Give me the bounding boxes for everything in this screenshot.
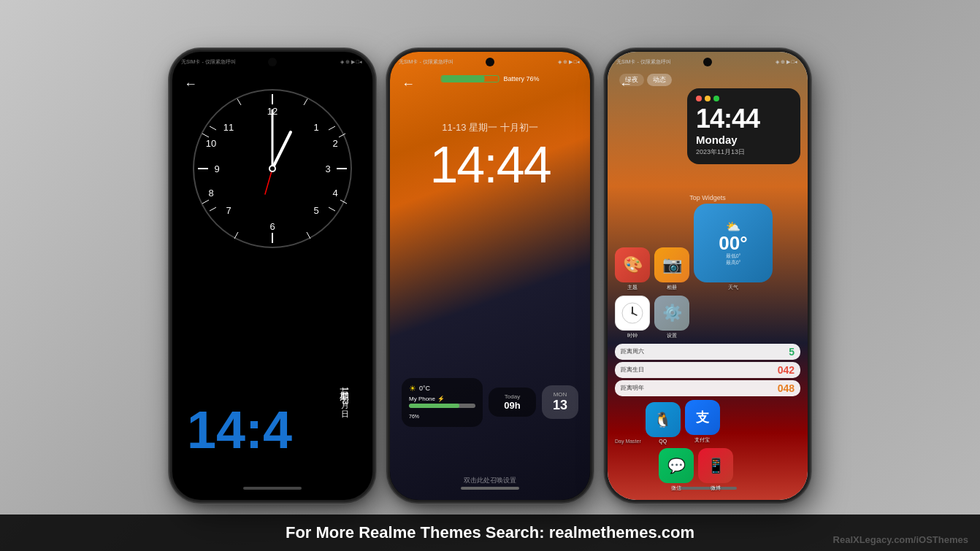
phone2-mon-widget: MON 13 xyxy=(542,385,578,420)
phone2-widgets: ☀ 0°C My Phone ⚡ 76% xyxy=(402,378,578,427)
phone2-sun-icon: ☀ xyxy=(409,384,416,393)
watermark-text: RealXLegacy.com/iOSThemes xyxy=(833,534,968,545)
phone3-app-cell-camera: 📷 相册 xyxy=(654,247,689,291)
phone3-app-weather-label: 天气 xyxy=(728,284,738,291)
phone2-today-widget: Today 09h xyxy=(489,388,536,417)
phone3-app-qq[interactable]: 🐧 xyxy=(646,402,681,437)
phone3-app-weibo-label: 微博 xyxy=(711,485,721,492)
phone3-app-alipay-label: 支付宝 xyxy=(694,436,710,444)
phone3-app-cell-alipay: 支 支付宝 xyxy=(685,400,720,444)
phone3-app-themes[interactable]: 🎨 xyxy=(615,247,650,282)
phone3-weather-high: 最高0° xyxy=(726,260,741,265)
phone1-status-icons: ◈ ⊕ ▶ □◂ xyxy=(340,59,362,65)
phone2-background xyxy=(390,52,590,500)
phone3-countdown2-label: 距离生日 xyxy=(621,366,644,374)
phone3-top-widgets-label: Top Widgets xyxy=(608,194,808,201)
phone2-batt-pct: 76% xyxy=(409,414,419,419)
phone3-widget-date: 2023年11月13日 xyxy=(696,147,792,157)
phone3-app-weibo[interactable]: 📱 xyxy=(698,448,733,483)
phone2-battery-bar2: 76% xyxy=(409,404,475,421)
phone3-app-camera-label: 相册 xyxy=(667,284,677,291)
phone2-battery-text: Battery 76% xyxy=(503,75,539,82)
phone3-app-cell-qq: 🐧 QQ xyxy=(646,402,681,444)
phone3-camera xyxy=(703,58,712,66)
phone2-mon-label: MON xyxy=(548,391,573,398)
phone3-countdown-2: 距离生日 042 xyxy=(615,362,800,378)
phone3-app-clock[interactable] xyxy=(615,296,650,331)
phone3-app-wechat-label: 微信 xyxy=(671,485,681,492)
phone3-app-cell-wechat: 💬 微信 xyxy=(659,448,694,492)
phone1-time-big: 14:4 xyxy=(187,404,292,456)
phone3-dot-red xyxy=(696,96,702,101)
phone3-clock-widget: 14:44 Monday 2023年11月13日 xyxy=(687,88,800,164)
phone-2: 无SIM卡 - 仅限紧急呼叫 ◈ ⊕ ▶ □◂ ← Battery 76% xyxy=(388,50,592,502)
phone1-date: 星期一 11月13日 xyxy=(337,384,351,404)
phone3-countdown2-num: 042 xyxy=(778,364,795,376)
phone3-app-settings[interactable]: ⚙️ xyxy=(654,296,689,331)
phone2-phone-label: My Phone xyxy=(409,396,435,402)
phone3-countdown3-label: 距离明年 xyxy=(621,384,644,392)
phone2-date-row: 11-13 星期一 十月初一 xyxy=(390,121,590,134)
phone3-countdown1-label: 距离周六 xyxy=(621,347,644,355)
phone3-status-icons: ◈ ⊕ ▶ □◂ xyxy=(776,59,797,65)
phone3-app-row-3: Day Master 🐧 QQ 支 支付宝 xyxy=(615,400,800,444)
phone2-back-button[interactable]: ← xyxy=(402,77,415,92)
phone3-weather-big-cell: ⛅ 00° 最低0° 最高0° 天气 xyxy=(694,204,773,291)
phone2-weather-phone: My Phone ⚡ xyxy=(409,396,475,402)
phone3-app-row-2: 时钟 ⚙️ 设置 xyxy=(615,296,800,339)
phone3-app-row-4: 💬 微信 📱 微博 xyxy=(615,448,800,492)
svg-text:4: 4 xyxy=(332,188,337,199)
phone2-battery-bar xyxy=(440,75,499,82)
phone3-countdown1-num: 5 xyxy=(789,346,795,358)
phone3-app-cell-clock: 时钟 xyxy=(615,296,650,339)
phone3-countdown-3: 距离明年 048 xyxy=(615,380,800,396)
phone3-app-camera[interactable]: 📷 xyxy=(654,247,689,282)
phone2-weather-top: ☀ 0°C xyxy=(409,384,475,393)
svg-text:7: 7 xyxy=(226,205,231,216)
phone2-main-time: 14:44 xyxy=(390,136,590,194)
phone3-app-row-1: 🎨 主题 📷 相册 ⛅ xyxy=(615,204,800,291)
phone3-app-wechat[interactable]: 💬 xyxy=(659,448,694,483)
phone3-weather-sub: 最低0° 最高0° xyxy=(726,253,741,266)
phone3-weather-temp: 00° xyxy=(719,234,747,253)
banner-text: For More Realme Themes Search: realmethe… xyxy=(286,523,694,542)
phone-3: 无SIM卡 - 仅限紧急呼叫 ◈ ⊕ ▶ □◂ ← 绿夜 动态 xyxy=(605,50,810,502)
phone3-tab-2[interactable]: 动态 xyxy=(647,74,672,86)
phone1-back-button[interactable]: ← xyxy=(184,77,197,92)
phone-1: 无SIM卡 - 仅限紧急呼叫 ◈ ⊕ ▶ □◂ ← xyxy=(170,50,375,502)
phone2-today-label: Today xyxy=(496,393,529,400)
svg-text:2: 2 xyxy=(332,138,337,149)
phone1-date-text: 11月13日 xyxy=(340,387,351,404)
phone3-screen: 无SIM卡 - 仅限紧急呼叫 ◈ ⊕ ▶ □◂ ← 绿夜 动态 xyxy=(608,52,808,500)
phone3-weather-widget[interactable]: ⛅ 00° 最低0° 最高0° xyxy=(694,204,773,282)
phone3-app-grid: 🎨 主题 📷 相册 ⛅ xyxy=(615,204,800,496)
phone3-countdown3-num: 048 xyxy=(778,382,795,394)
watermark: RealXLegacy.com/iOSThemes xyxy=(833,534,968,545)
phone1-screen: 无SIM卡 - 仅限紧急呼叫 ◈ ⊕ ▶ □◂ ← xyxy=(172,52,372,500)
phone3-countdown-1: 距离周六 5 xyxy=(615,344,800,360)
phone3-app-themes-label: 主题 xyxy=(627,284,638,291)
phone3-countdown-col: Day Master xyxy=(615,437,641,444)
phone2-weather-temp: 0°C xyxy=(419,385,430,392)
phone2-camera xyxy=(486,58,494,66)
phone3-app-cell-themes: 🎨 主题 xyxy=(615,247,650,291)
phone3-tab-1[interactable]: 绿夜 xyxy=(619,74,644,86)
svg-text:11: 11 xyxy=(223,122,234,133)
phone3-app-alipay[interactable]: 支 xyxy=(685,400,720,435)
phone2-status-text: 无SIM卡 - 仅限紧急呼叫 xyxy=(399,58,453,66)
phone2-battery-widget: Battery 76% xyxy=(440,75,539,82)
phone3-weather-low: 最低0° xyxy=(726,253,741,258)
phone1-camera xyxy=(268,58,277,66)
phones-container: 无SIM卡 - 仅限紧急呼叫 ◈ ⊕ ▶ □◂ ← xyxy=(0,42,980,509)
svg-text:8: 8 xyxy=(208,188,213,199)
phone2-status-icons: ◈ ⊕ ▶ □◂ xyxy=(558,59,580,65)
phone1-analog-clock: 12 3 6 9 1 2 4 5 7 8 10 11 xyxy=(192,88,353,249)
svg-point-37 xyxy=(632,312,634,314)
phone3-app-qq-label: QQ xyxy=(659,439,667,444)
phone3-widget-dots xyxy=(696,96,792,101)
phone3-tabs: 绿夜 动态 xyxy=(619,74,672,86)
phone2-mon-date: 13 xyxy=(548,398,573,414)
phone3-status-text: 无SIM卡 - 仅限紧急呼叫 xyxy=(616,58,671,66)
svg-text:9: 9 xyxy=(214,163,219,174)
phone2-today-hours: 09h xyxy=(496,400,529,411)
